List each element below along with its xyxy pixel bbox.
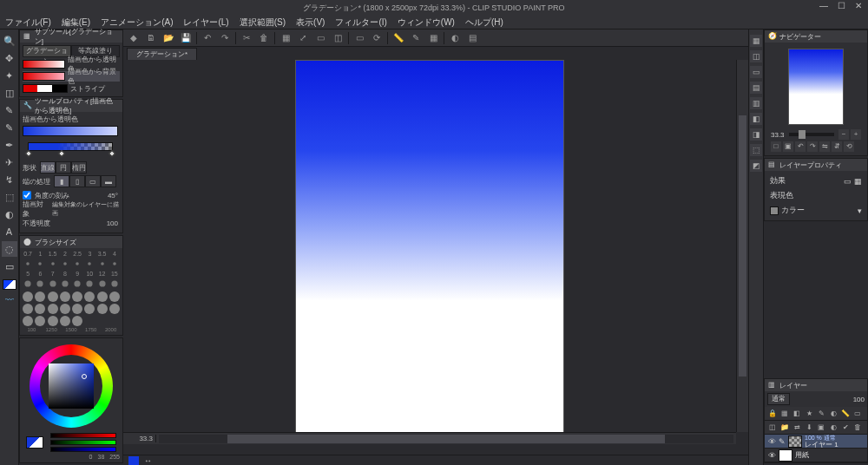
brush-size-item[interactable] (35, 316, 45, 326)
cmd-save[interactable]: 💾 (179, 31, 193, 45)
brush-size-item[interactable] (35, 259, 45, 269)
b-slider[interactable] (50, 447, 116, 452)
cmd-scale[interactable]: ⤢ (296, 31, 310, 45)
dock-material-8[interactable]: ◩ (750, 160, 762, 172)
layer-item[interactable]: 👁 ✎ 100 % 通常 レイヤー 1 (765, 435, 867, 449)
cmd-canvas-size[interactable]: ▭ (352, 31, 366, 45)
brush-size-item[interactable] (48, 304, 58, 314)
zoom-value[interactable]: 33.3 (123, 435, 156, 442)
menu-help[interactable]: ヘルプ(H) (460, 16, 509, 29)
merge-layer[interactable]: ⬇ (804, 422, 814, 433)
nav-flip-v[interactable]: ⇵ (832, 141, 842, 152)
brush-size-item[interactable] (48, 291, 58, 302)
cmd-support[interactable]: ▤ (465, 31, 479, 45)
cmd-rotate[interactable]: ⟳ (370, 31, 384, 45)
cmd-select[interactable]: ▭ (313, 31, 327, 45)
brush-size-item[interactable] (60, 278, 70, 289)
effect-border[interactable]: ▭ (844, 177, 852, 186)
brush-size-item[interactable] (72, 304, 82, 314)
new-folder-button[interactable]: 📁 (779, 422, 790, 433)
vertical-scrollbar[interactable] (736, 60, 748, 432)
gradient-stop[interactable] (58, 150, 65, 157)
hscroll-track[interactable] (159, 435, 733, 443)
layer-color[interactable]: ▭ (852, 409, 863, 419)
angle-step-value[interactable]: 45° (108, 192, 120, 200)
tool-blend[interactable]: ◐ (2, 206, 17, 222)
layer-item[interactable]: 👁 用紙 (765, 449, 867, 462)
sv-box[interactable] (49, 363, 94, 409)
tool-brush[interactable]: ✒ (2, 137, 17, 153)
tool-pen[interactable]: ✎ (2, 102, 17, 118)
layer-ruler[interactable]: 📏 (840, 409, 851, 419)
zoom-out-button[interactable]: − (838, 129, 849, 140)
dock-material-7[interactable]: ⬚ (750, 144, 762, 156)
zoom-slider[interactable] (789, 133, 834, 136)
effect-tone[interactable]: ▦ (854, 177, 862, 186)
brush-size-item[interactable] (72, 316, 82, 326)
brush-size-item[interactable] (23, 259, 33, 269)
cmd-crop[interactable]: ◫ (331, 31, 345, 45)
brush-size-item[interactable] (60, 291, 70, 302)
nav-fit[interactable]: □ (771, 141, 781, 152)
tool-property-header[interactable]: 🔧 ツールプロパティ[描画色から透明色] (20, 100, 122, 112)
brush-size-item[interactable] (97, 278, 108, 289)
layer-draft[interactable]: ✎ (816, 409, 826, 419)
layer-thumbnail[interactable] (788, 436, 802, 448)
cmd-redo[interactable]: ↷ (218, 31, 232, 45)
nav-rot-r[interactable]: ↷ (807, 141, 818, 152)
layer-property-header[interactable]: ▤ レイヤープロパティ (765, 159, 867, 171)
color-swatch[interactable] (3, 279, 16, 290)
brush-size-item[interactable] (84, 278, 95, 289)
brush-size-item[interactable] (97, 259, 108, 269)
tool-zoom[interactable]: 🔍 (2, 33, 17, 49)
tool-move[interactable]: ✥ (2, 50, 17, 66)
tool-pencil[interactable]: ✎ (2, 120, 17, 135)
cmd-pen[interactable]: ✎ (409, 31, 423, 45)
nav-rot-l[interactable]: ↶ (795, 141, 806, 152)
brush-size-item[interactable] (84, 304, 95, 314)
brush-size-item[interactable] (72, 291, 82, 302)
dock-material-5[interactable]: ◧ (750, 113, 762, 125)
shape-linear[interactable]: 直線 (40, 161, 56, 174)
eye-icon[interactable]: 👁 (767, 437, 776, 446)
g-slider[interactable] (50, 440, 116, 445)
layer-reference[interactable]: ★ (804, 409, 814, 419)
edge-opt-4[interactable]: ▬ (101, 175, 116, 187)
r-slider[interactable] (50, 433, 116, 438)
tool-gradient[interactable]: ◌ (2, 241, 17, 257)
zoom-slider-knob[interactable] (799, 130, 806, 139)
layer-opacity-value[interactable]: 100 (853, 396, 865, 403)
brush-size-item[interactable] (60, 259, 70, 269)
horizontal-scrollbar[interactable]: 33.3 (123, 432, 736, 444)
brush-size-item[interactable] (97, 304, 108, 314)
nav-100[interactable]: ▣ (783, 141, 793, 152)
gradient-stop[interactable] (108, 150, 115, 157)
eye-icon[interactable]: 👁 (767, 451, 776, 460)
dock-material[interactable]: ◫ (750, 50, 762, 62)
brush-size-item[interactable] (84, 291, 95, 302)
canvas-stage[interactable] (123, 60, 736, 432)
brush-size-item[interactable] (35, 291, 45, 302)
edge-opt-2[interactable]: ▯ (69, 175, 85, 187)
menu-selection[interactable]: 選択範囲(S) (234, 16, 291, 29)
layer-mask[interactable]: ◐ (828, 409, 838, 419)
draw-target-value[interactable]: 編集対象のレイヤーに描画 (52, 200, 120, 218)
layer-name-text[interactable]: レイヤー 1 (805, 442, 838, 449)
tool-text[interactable]: A (2, 224, 17, 239)
brush-size-item[interactable] (97, 291, 108, 302)
tool-decoration[interactable]: ↯ (2, 172, 17, 187)
layer-lock-pixel[interactable]: ▦ (779, 409, 790, 419)
hscroll-thumb[interactable] (227, 435, 664, 443)
vscroll-thumb[interactable] (739, 115, 746, 376)
gradient-preview[interactable] (23, 126, 118, 136)
brush-size-item[interactable] (72, 278, 82, 289)
brush-size-item[interactable] (109, 304, 120, 314)
canvas[interactable] (295, 60, 564, 432)
brush-size-item[interactable] (109, 259, 120, 269)
opacity-value[interactable]: 100 (107, 219, 120, 227)
edge-opt-1[interactable]: ▮ (54, 175, 69, 187)
delete-layer-button[interactable]: 🗑 (852, 422, 863, 433)
subtool-panel-header[interactable]: ▦ サブツール[グラデーション] (20, 30, 122, 43)
sv-cursor[interactable] (82, 374, 87, 379)
brush-size-item[interactable] (48, 278, 58, 289)
